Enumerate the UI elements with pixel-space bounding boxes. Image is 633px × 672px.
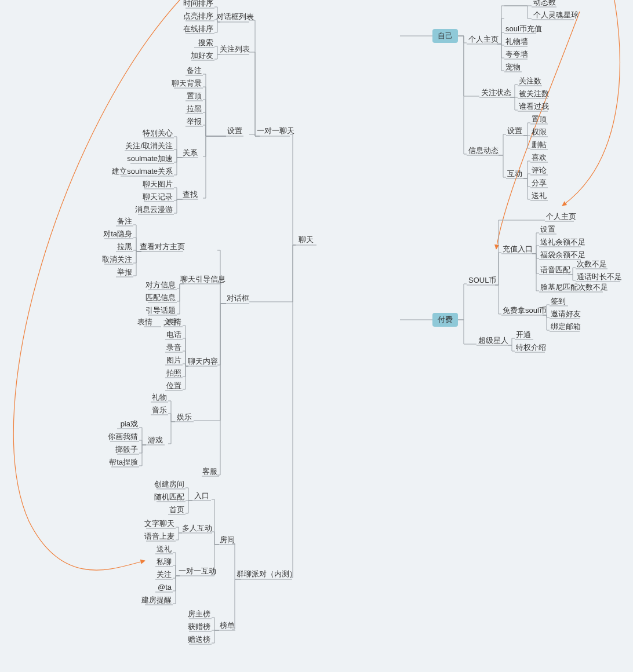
svg-text:谁看过我: 谁看过我	[519, 102, 549, 111]
svg-text:个人灵魂星球: 个人灵魂星球	[533, 10, 579, 19]
svg-text:设置: 设置	[540, 225, 555, 233]
svg-text:宠物: 宠物	[505, 63, 521, 71]
svg-text:获赠榜: 获赠榜	[188, 622, 210, 631]
chat-root: 聊天	[290, 134, 316, 578]
svg-text:置顶: 置顶	[532, 115, 547, 123]
svg-text:个人主页: 个人主页	[468, 35, 499, 43]
svg-text:个人主页: 个人主页	[546, 212, 576, 221]
svg-text:榜单: 榜单	[220, 621, 235, 630]
svg-text:权限: 权限	[531, 127, 547, 136]
svg-text:你画我猜: 你画我猜	[107, 432, 138, 441]
svg-text:娱乐: 娱乐	[177, 412, 192, 421]
svg-text:免费拿soul币: 免费拿soul币	[503, 306, 547, 315]
svg-text:聊天背景: 聊天背景	[172, 79, 202, 87]
svg-text:举报: 举报	[117, 268, 132, 276]
svg-text:送礼: 送礼	[532, 191, 547, 200]
svg-text:点亮排序: 点亮排序	[183, 12, 213, 20]
svg-text:关注数: 关注数	[519, 76, 541, 85]
svg-text:特别关心: 特别关心	[143, 129, 173, 137]
node-chat: 聊天	[299, 235, 314, 244]
svg-text:特权介绍: 特权介绍	[516, 343, 546, 352]
svg-text:在线排序: 在线排序	[183, 24, 213, 33]
svg-text:一对一互动: 一对一互动	[179, 567, 216, 575]
svg-text:删帖: 删帖	[532, 140, 547, 149]
svg-text:被关注数: 被关注数	[519, 89, 549, 98]
svg-text:夸夸墙: 夸夸墙	[505, 50, 528, 59]
svg-text:@ta: @ta	[158, 583, 172, 591]
svg-text:超级星人: 超级星人	[478, 336, 508, 345]
svg-text:一对一聊天: 一对一聊天	[257, 126, 294, 135]
svg-text:语音上麦: 语音上麦	[144, 532, 174, 540]
svg-text:客服: 客服	[202, 467, 217, 476]
svg-text:付费: 付费	[437, 315, 453, 324]
svg-text:soulmate加速: soulmate加速	[127, 154, 173, 163]
svg-text:分享: 分享	[532, 178, 547, 187]
svg-text:拉黑: 拉黑	[117, 242, 132, 251]
svg-text:游戏: 游戏	[148, 436, 163, 444]
svg-text:聊天引导信息: 聊天引导信息	[180, 275, 225, 283]
svg-text:关注/取消关注: 关注/取消关注	[125, 141, 173, 150]
svg-text:对话框列表: 对话框列表	[216, 12, 254, 21]
svg-text:充值入口: 充值入口	[503, 244, 533, 253]
svg-text:pia戏: pia戏	[121, 419, 138, 428]
svg-text:自己: 自己	[438, 31, 453, 40]
svg-text:群聊派对（内测）: 群聊派对（内测）	[237, 569, 297, 578]
group-chat: 群聊派对（内测） 房间 入口 创建房间 随机匹配 首页 多人互动 文字聊天 语音…	[141, 480, 297, 644]
svg-text:置顶: 置顶	[187, 92, 202, 100]
svg-text:房主榜: 房主榜	[188, 609, 210, 618]
svg-text:查找: 查找	[183, 190, 198, 199]
mindmap-canvas: 聊天 一对一聊天 对话框列表 时间排序 点亮排序 在线排序 关注列表 搜索 加好…	[0, 0, 633, 672]
svg-text:创建房间: 创建房间	[154, 480, 184, 488]
svg-text:文字: 文字	[163, 317, 179, 326]
svg-text:表情: 表情	[137, 317, 152, 326]
svg-text:首页: 首页	[169, 505, 184, 514]
svg-text:备注: 备注	[117, 217, 132, 225]
svg-text:关注: 关注	[157, 570, 172, 579]
svg-text:关系: 关系	[183, 148, 198, 157]
svg-text:聊天记录: 聊天记录	[143, 192, 173, 201]
svg-text:随机匹配: 随机匹配	[154, 492, 184, 501]
dialog: 对话框 查看对方主页 备注 对ta隐身 拉黑 取消关注 举报 聊天引导信息 对方…	[102, 217, 290, 476]
svg-text:引导话题: 引导话题	[145, 306, 176, 315]
svg-text:soul币充值: soul币充值	[505, 24, 542, 33]
svg-text:图片: 图片	[166, 356, 181, 364]
svg-text:互动: 互动	[507, 169, 522, 178]
svg-text:聊天图片: 聊天图片	[143, 180, 173, 188]
svg-text:送礼: 送礼	[157, 545, 172, 553]
svg-text:拍照: 拍照	[166, 368, 181, 377]
svg-text:私聊: 私聊	[157, 557, 172, 566]
svg-text:帮ta捏脸: 帮ta捏脸	[109, 458, 138, 466]
svg-text:脸基尼匹配次数不足: 脸基尼匹配次数不足	[540, 283, 608, 291]
svg-text:评论: 评论	[532, 166, 547, 174]
self-block: 自己 个人主页 动态数 个人灵魂星球 soul币充值 礼物墙 夸夸墙 宠物 关注…	[400, 0, 579, 200]
svg-text:电话: 电话	[166, 330, 181, 339]
svg-text:赠送榜: 赠送榜	[188, 635, 210, 644]
svg-text:设置: 设置	[227, 126, 242, 135]
svg-text:备注: 备注	[187, 66, 202, 75]
svg-text:文字聊天: 文字聊天	[144, 519, 174, 528]
svg-text:对话框: 对话框	[227, 294, 249, 302]
svg-text:位置: 位置	[166, 381, 181, 390]
svg-text:对ta隐身: 对ta隐身	[103, 229, 132, 238]
svg-text:礼物墙: 礼物墙	[505, 37, 528, 46]
svg-text:查看对方主页: 查看对方主页	[140, 242, 185, 251]
one-to-one: 一对一聊天 对话框列表 时间排序 点亮排序 在线排序 关注列表 搜索 加好友 设…	[111, 0, 294, 214]
svg-text:建房提醒: 建房提醒	[141, 596, 172, 604]
svg-text:房间: 房间	[220, 535, 235, 544]
svg-text:送礼余额不足: 送礼余额不足	[540, 238, 585, 246]
svg-text:加好友: 加好友	[191, 51, 213, 60]
svg-text:建立soulmate关系: 建立soulmate关系	[111, 167, 173, 176]
svg-text:入口: 入口	[194, 491, 209, 500]
svg-text:开通: 开通	[516, 330, 531, 339]
svg-text:时间排序: 时间排序	[183, 0, 213, 8]
svg-text:绑定邮箱: 绑定邮箱	[551, 322, 581, 331]
pay-block: 付费 SOUL币 个人主页 充值入口 设置 送礼余额不足 福袋余额不足 语音匹配…	[400, 212, 622, 352]
svg-text:多人互动: 多人互动	[182, 524, 212, 532]
svg-text:举报: 举报	[187, 117, 202, 126]
svg-text:拉黑: 拉黑	[187, 104, 202, 113]
svg-text:音乐: 音乐	[152, 406, 167, 414]
svg-text:消息云漫游: 消息云漫游	[135, 205, 173, 214]
svg-text:福袋余额不足: 福袋余额不足	[540, 250, 585, 259]
svg-text:关注列表: 关注列表	[220, 45, 250, 53]
svg-text:喜欢: 喜欢	[532, 153, 547, 162]
